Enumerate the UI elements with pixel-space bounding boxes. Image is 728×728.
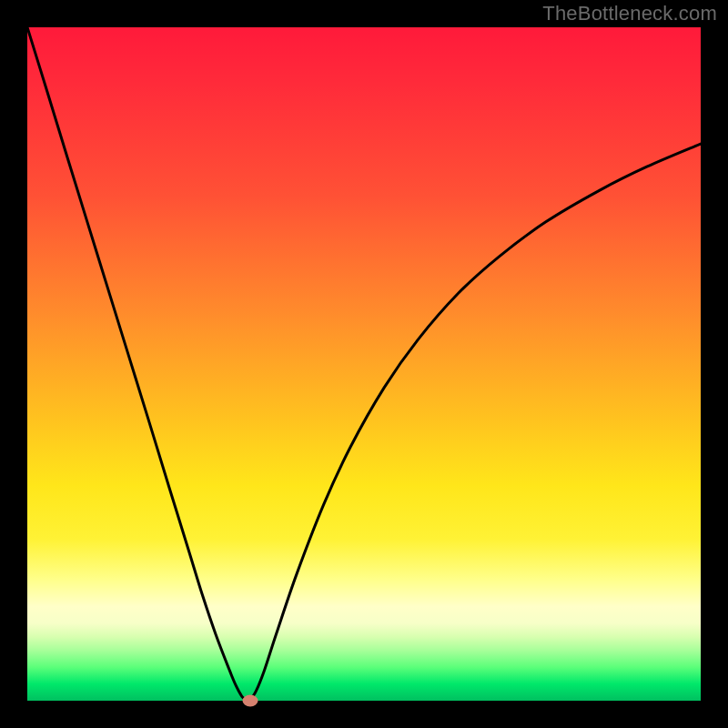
bottleneck-curve xyxy=(27,27,701,701)
watermark-text: TheBottleneck.com xyxy=(542,2,717,25)
minimum-marker xyxy=(242,695,258,707)
chart-area xyxy=(27,27,701,701)
